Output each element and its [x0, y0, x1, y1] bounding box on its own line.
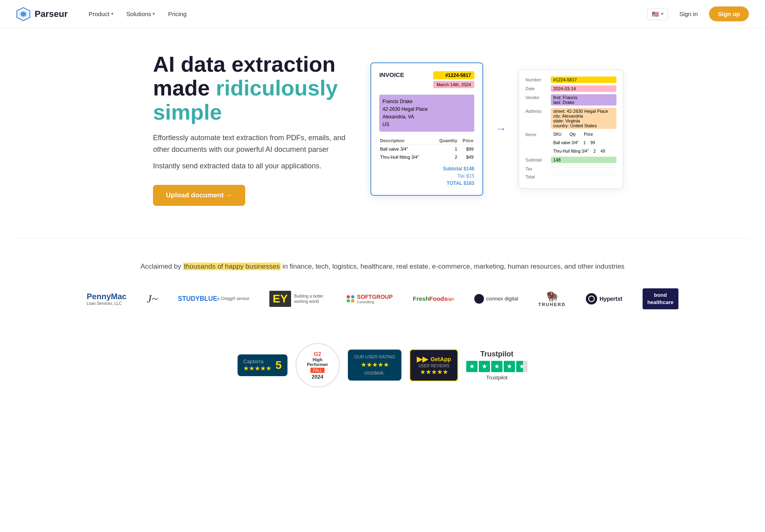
- invoice-number-block: #1224-5817 March 14th, 2024: [433, 71, 474, 88]
- logo-hypertxt: Hypertxt: [586, 287, 622, 311]
- invoice-number: #1224-5817: [433, 71, 474, 79]
- upload-document-button[interactable]: Upload document →: [153, 185, 245, 206]
- logo-connex-digital: connex digital: [474, 287, 519, 311]
- invoice-demo: INVOICE #1224-5817 March 14th, 2024 Fran…: [370, 62, 623, 196]
- invoice-row-1: Ball valve 3/4" 1 $99: [379, 145, 474, 153]
- badges-section: Capterra ★★★★★ 5 G2 HighPerformer FALL 2…: [0, 327, 765, 412]
- arrow-icon: →: [495, 122, 507, 135]
- invoice-card: INVOICE #1224-5817 March 14th, 2024 Fran…: [370, 62, 483, 196]
- logo-truherd: 🦬 TRUHERD: [538, 287, 566, 311]
- logos-claimed-text: Acclaimed by thousands of happy business…: [16, 263, 749, 271]
- badge-capterra: Capterra ★★★★★ 5: [238, 354, 287, 376]
- ext-subtotal-row: Subtotal 148: [525, 157, 616, 163]
- nav-solutions[interactable]: Solutions ▾: [122, 7, 160, 21]
- capterra-label: Capterra: [243, 358, 271, 364]
- ext-vendor-row: Vendor first: Francis last: Drake: [525, 94, 616, 106]
- capterra-num: 5: [275, 359, 282, 372]
- invoice-date: March 14th, 2024: [433, 81, 474, 88]
- logo-text: Parseur: [35, 9, 68, 19]
- chevron-down-icon: ▾: [153, 11, 155, 17]
- nav-links: Product ▾ Solutions ▾ Pricing: [84, 7, 647, 21]
- badge-trustpilot: Trustpilot ★ ★ ★ ★ ★ Trustpilot: [466, 350, 527, 381]
- ext-tax-row: Tax: [525, 166, 616, 171]
- hero-subtitle2: Instantly send extracted data to all you…: [153, 162, 354, 170]
- chevron-down-icon: ▾: [111, 11, 114, 17]
- badge-crozdesk: OUR USER RATING ★★★★★ crozdesk.: [348, 350, 402, 381]
- hero-title: AI data extraction made ridiculouslysimp…: [153, 52, 354, 124]
- invoice-row-2: Thru-Hull fitting 3/4" 2 $49: [379, 153, 474, 161]
- badge-getapp: ▶▶ GetApp USER REVIEWS ★★★★★: [409, 349, 458, 381]
- ext-item1-row: Ball valve 3/4" 1 99: [525, 140, 616, 146]
- hypertxt-icon: [586, 293, 597, 304]
- trustpilot-logo: Trustpilot: [480, 350, 513, 358]
- nav-pricing[interactable]: Pricing: [163, 7, 191, 21]
- logo-icon: [16, 7, 31, 21]
- connex-icon: [474, 294, 484, 304]
- invoice-table: Description Quantity Price Ball valve 3/…: [379, 137, 474, 161]
- invoice-title: INVOICE: [379, 71, 404, 78]
- softgroup-icon: [347, 295, 355, 302]
- hero-content: AI data extraction made ridiculouslysimp…: [153, 52, 354, 206]
- truherd-icon: 🦬: [546, 291, 558, 302]
- items-price-col: Price: [584, 132, 593, 137]
- logo-pennymac: PennyMac Loan Services, LLC: [87, 287, 126, 311]
- invoice-totals: Subtotal $148 Tax $15 TOTAL $163: [379, 165, 474, 187]
- hero-section: AI data extraction made ridiculouslysimp…: [121, 28, 644, 238]
- items-qty-col: Qty: [570, 132, 576, 137]
- navigation: Parseur Product ▾ Solutions ▾ Pricing 🇺🇸…: [0, 0, 765, 28]
- badge-high-performer: G2 HighPerformer FALL 2024: [296, 343, 340, 387]
- ext-item2-row: Thru-Hull fitting 3/4" 2 49: [525, 148, 616, 154]
- ext-items-header: Items SKU Qty Price: [525, 131, 616, 137]
- items-sku-col: SKU: [553, 132, 562, 137]
- capterra-stars: ★★★★★: [243, 364, 271, 372]
- ext-date-row: Date 2024-03-14: [525, 85, 616, 92]
- flag-icon: 🇺🇸: [652, 11, 659, 17]
- ext-total-row: Total: [525, 174, 616, 179]
- logo-ey: EY Building a better working world: [269, 287, 326, 311]
- nav-product[interactable]: Product ▾: [84, 7, 118, 21]
- extracted-data-card: Number #1224-5817 Date 2024-03-14 Vendor…: [519, 70, 623, 188]
- logos-section: Acclaimed by thousands of happy business…: [0, 238, 765, 327]
- logo-fresh-foods: Fresh Foods ign: [413, 287, 454, 311]
- ext-address-row: Address street: 42-2630 Hegal Place city…: [525, 108, 616, 129]
- logo-bond-healthcare: bondhealthcare: [643, 287, 678, 311]
- highlight-businesses: thousands of happy businesses: [183, 263, 281, 270]
- signup-button[interactable]: Sign up: [709, 6, 749, 21]
- logo-studyblue: STUDYBLUE a Chegg® service: [178, 287, 249, 311]
- signin-button[interactable]: Sign in: [673, 7, 704, 21]
- nav-right: 🇺🇸 ▾ Sign in Sign up: [647, 6, 749, 21]
- hero-subtitle: Effortlessly automate text extraction fr…: [153, 132, 354, 155]
- trustpilot-stars: ★ ★ ★ ★ ★: [466, 361, 527, 372]
- invoice-address: Francis Drake 42-2630 Hegal Place Alexan…: [379, 95, 474, 132]
- logo-link[interactable]: Parseur: [16, 7, 68, 21]
- logos-track: PennyMac Loan Services, LLC J~ STUDYBLUE…: [16, 287, 749, 311]
- hero-illustration: INVOICE #1224-5817 March 14th, 2024 Fran…: [370, 62, 623, 196]
- ext-number-row: Number #1224-5817: [525, 77, 616, 83]
- logo-signature: J~: [147, 287, 158, 311]
- chevron-down-icon: ▾: [661, 11, 664, 17]
- logo-softgroup: SOFTGROUP Consulting: [347, 287, 393, 311]
- language-selector[interactable]: 🇺🇸 ▾: [647, 8, 668, 20]
